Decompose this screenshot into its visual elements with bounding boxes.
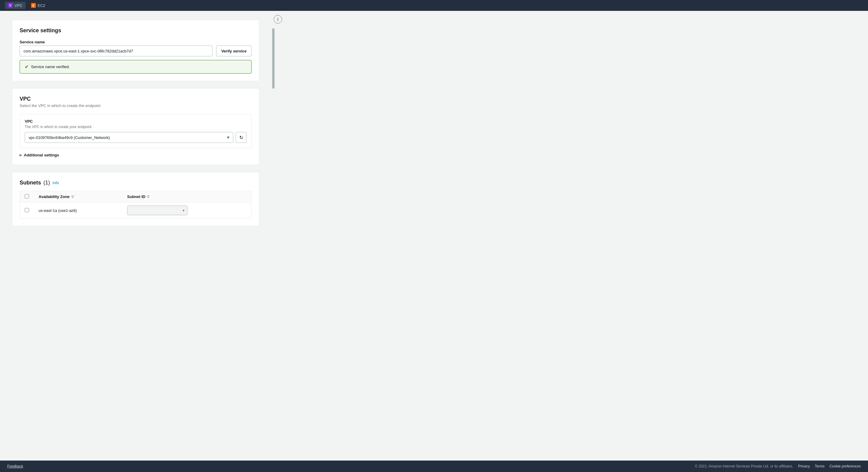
vpc-inner-description: The VPC in which to create your endpoint… [25,125,247,129]
subnet-id-header-label: Subnet ID [127,194,146,199]
terms-link[interactable]: Terms [815,464,825,468]
check-circle-icon: ✔ [25,64,29,70]
vpc-card: VPC Select the VPC in which to create th… [12,88,259,165]
vpc-icon: V [8,3,13,8]
scrollbar-thumb [272,28,275,89]
vpc-section-subtitle: Select the VPC in which to create the en… [20,103,252,108]
availability-zone-sort-icon: ▽ [71,195,74,198]
feedback-link[interactable]: Feedback [7,464,23,468]
service-verified-alert: ✔ Service name verified. [20,60,252,73]
subnets-table: Availability Zone ▽ Subnet ID ▽ [20,191,251,218]
subnet-id-header: Subnet ID ▽ [122,191,251,202]
right-panel: i [271,11,286,461]
availability-zone-cell: us-east-1a (use1-az6) [34,202,122,219]
subnets-title: Subnets [20,180,41,186]
row-checkbox[interactable] [25,208,29,212]
vpc-select[interactable]: vpc-0109765bc64ba49c9 (Customer_Network) [25,132,233,143]
subnet-id-select[interactable] [127,206,187,215]
service-settings-card: Service settings Service name Verify ser… [12,20,259,81]
ec2-tab[interactable]: E EC2 [28,2,48,9]
service-name-input[interactable] [20,45,213,56]
service-settings-title: Service settings [20,27,252,34]
content-area: Service settings Service name Verify ser… [0,11,271,461]
cookie-preferences-link[interactable]: Cookie preferences [830,464,861,468]
footer: Feedback © 2022, Amazon Internet Service… [0,461,868,472]
info-icon: i [277,17,278,22]
ec2-tab-label: EC2 [38,3,45,8]
service-name-label: Service name [20,40,252,44]
subnets-info-link[interactable]: Info [53,181,59,185]
vpc-inner-label: VPC [25,119,247,124]
vpc-tab[interactable]: V VPC [5,2,26,9]
table-header-row: Availability Zone ▽ Subnet ID ▽ [20,191,251,202]
help-button[interactable]: i [274,15,282,24]
ec2-icon: E [31,3,36,8]
subnet-id-cell: ▼ [122,202,251,219]
help-icon-container: i [271,11,286,28]
vpc-select-wrapper: vpc-0109765bc64ba49c9 (Customer_Network)… [25,132,233,143]
subnets-count: (1) [43,180,50,186]
table-row: us-east-1a (use1-az6) ▼ [20,202,251,219]
subnets-header: Subnets (1) Info [20,180,252,186]
vpc-tab-label: VPC [14,3,23,8]
row-checkbox-cell [20,202,34,219]
vpc-inner-section: VPC The VPC in which to create your endp… [20,114,252,148]
vpc-refresh-button[interactable]: ↻ [236,132,247,143]
availability-zone-header: Availability Zone ▽ [34,191,122,202]
select-all-checkbox[interactable] [25,194,29,198]
subnets-table-container: Availability Zone ▽ Subnet ID ▽ [20,191,252,219]
service-verified-message: Service name verified. [31,64,70,69]
verify-service-button[interactable]: Verify service [216,45,252,56]
service-name-row: Verify service [20,45,252,56]
privacy-link[interactable]: Privacy [798,464,810,468]
vpc-select-row: vpc-0109765bc64ba49c9 (Customer_Network)… [25,132,247,143]
availability-zone-header-label: Availability Zone [38,194,70,199]
refresh-icon: ↻ [239,135,243,140]
footer-right: © 2022, Amazon Internet Services Private… [695,464,861,468]
subnet-id-sort-icon: ▽ [147,195,150,198]
main-content: Service settings Service name Verify ser… [0,11,868,461]
chevron-right-icon: ▶ [20,153,22,157]
footer-copyright: © 2022, Amazon Internet Services Private… [695,464,793,468]
select-all-header [20,191,34,202]
vpc-section-title: VPC [20,96,252,102]
additional-settings-label: Additional settings [24,153,59,157]
subnets-card: Subnets (1) Info Availability Zone [12,172,259,226]
top-navigation: V VPC E EC2 [0,0,868,11]
additional-settings-toggle[interactable]: ▶ Additional settings [20,153,252,157]
subnet-select-wrapper: ▼ [127,206,187,215]
